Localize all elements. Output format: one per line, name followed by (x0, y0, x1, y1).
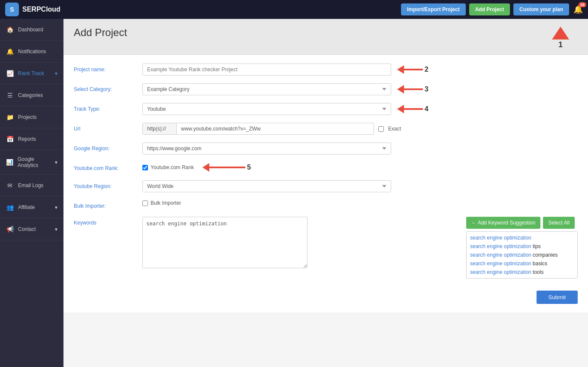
custom-plan-button[interactable]: Custom your plan (513, 3, 569, 15)
annotation-5-arrow (202, 162, 245, 173)
keywords-row: Keywords search engine optimization ← Ad… (74, 217, 578, 279)
list-item[interactable]: search engine optimization techniques (467, 276, 577, 279)
reports-icon: 📅 (5, 134, 15, 144)
sidebar-item-google-analytics[interactable]: 📊 Google Analytics ▼ (0, 150, 63, 175)
bulk-importer-wrap: Bulk Importer (142, 200, 578, 206)
google-analytics-icon: 📊 (5, 158, 14, 167)
youtube-rank-label: Youtube.com Rank: (74, 162, 142, 171)
project-name-wrap: 2 (142, 64, 578, 76)
url-row: Url Exact (74, 123, 578, 135)
sidebar-item-rank-track[interactable]: 📈 Rank Track ▼ (0, 63, 63, 85)
suggestions-box[interactable]: search engine optimization search engine… (466, 231, 578, 279)
track-type-wrap: Youtube Google Bing 4 (142, 103, 578, 115)
sidebar-item-reports[interactable]: 📅 Reports (0, 128, 63, 150)
rank-track-icon: 📈 (5, 69, 15, 78)
select-all-button[interactable]: Select All (543, 217, 574, 229)
track-type-select[interactable]: Youtube Google Bing (142, 103, 391, 115)
google-analytics-chevron: ▼ (54, 160, 58, 165)
url-label: Url (74, 123, 142, 132)
rank-track-chevron: ▼ (54, 71, 58, 76)
youtube-rank-check-wrap: Youtube.com Rank (142, 164, 194, 170)
google-region-wrap: https://www.google.com (142, 143, 578, 155)
bulk-importer-check-wrap: Bulk Importer (142, 200, 181, 206)
import-export-button[interactable]: Import/Export Project (401, 3, 466, 15)
select-category-label: Select Category: (74, 83, 142, 92)
select-category-input[interactable]: Example Category (142, 83, 391, 95)
affiliate-icon: 👥 (5, 203, 15, 212)
notifications-icon: 🔔 (5, 47, 15, 56)
keywords-textarea[interactable]: search engine optimization (142, 217, 308, 268)
sidebar-item-affiliate[interactable]: 👥 Affiliate ▼ (0, 197, 63, 218)
google-region-row: Google Region: https://www.google.com (74, 143, 578, 155)
categories-icon: ☰ (5, 91, 15, 100)
topnav: S SERPCloud Import/Export Project Add Pr… (0, 0, 588, 19)
exact-checkbox[interactable] (378, 126, 384, 132)
affiliate-chevron: ▼ (54, 205, 58, 210)
sidebar-item-projects[interactable]: 📁 Projects (0, 106, 63, 128)
keywords-actions: ← Add Keyword Suggestion Select All (466, 217, 578, 229)
list-item[interactable]: search engine optimization (467, 234, 577, 242)
projects-icon: 📁 (5, 112, 15, 122)
bulk-importer-checkbox-label: Bulk Importer (151, 200, 181, 206)
sidebar-item-email-logs[interactable]: ✉ Email Logs (0, 175, 63, 197)
bulk-importer-checkbox[interactable] (142, 200, 148, 206)
project-name-input[interactable] (142, 64, 391, 76)
url-wrap: Exact (142, 123, 578, 135)
youtube-region-wrap: World Wide (142, 180, 578, 192)
sidebar-item-dashboard[interactable]: 🏠 Dashboard (0, 19, 63, 41)
project-name-label: Project name: (74, 64, 142, 73)
dashboard-icon: 🏠 (5, 25, 15, 34)
keywords-left: search engine optimization (142, 217, 459, 270)
keywords-label: Keywords (74, 217, 142, 226)
list-item[interactable]: search engine optimization tips (467, 242, 577, 251)
suggestions-list: search engine optimization search engine… (467, 232, 577, 279)
bulk-importer-row: Bulk Importer: Bulk Importer (74, 200, 578, 209)
exact-label: Exact (388, 126, 401, 132)
contact-icon: 📢 (5, 224, 15, 234)
youtube-region-select[interactable]: World Wide (142, 180, 391, 192)
submit-button[interactable]: Submit (537, 291, 578, 304)
sidebar-item-categories[interactable]: ☰ Categories (0, 85, 63, 106)
notification-bell[interactable]: 🔔 26 (573, 5, 583, 14)
notification-badge: 26 (579, 2, 586, 7)
google-region-label: Google Region: (74, 143, 142, 152)
arrow-up-icon (552, 27, 569, 39)
google-region-select[interactable]: https://www.google.com (142, 143, 391, 155)
project-name-row: Project name: 2 (74, 64, 578, 76)
page-header: Add Project 1 (63, 19, 588, 55)
list-item[interactable]: search engine optimization tools (467, 268, 577, 276)
annotation-3-arrow (397, 84, 423, 94)
track-type-row: Track Type: Youtube Google Bing 4 (74, 103, 578, 115)
sidebar: 🏠 Dashboard 🔔 Notifications 📈 Rank Track… (0, 19, 63, 367)
page-title: Add Project (74, 27, 127, 39)
sidebar-item-notifications[interactable]: 🔔 Notifications (0, 41, 63, 63)
select-category-wrap: Example Category 3 (142, 83, 578, 95)
keywords-right: ← Add Keyword Suggestion Select All sear… (466, 217, 578, 279)
annotation-4-wrap: 4 (397, 104, 428, 114)
add-project-button[interactable]: Add Project (469, 3, 510, 15)
email-logs-icon: ✉ (5, 181, 15, 190)
list-item[interactable]: search engine optimization basics (467, 259, 577, 268)
sidebar-item-contact[interactable]: 📢 Contact ▼ (0, 218, 63, 240)
url-value-input[interactable] (177, 123, 374, 135)
track-type-label: Track Type: (74, 103, 142, 112)
form-area: Project name: 2 Select Category: Example… (63, 55, 588, 312)
annotation-2-wrap: 2 (397, 64, 428, 75)
url-prefix-input[interactable] (142, 123, 177, 135)
content-area: Add Project 1 Project name: 2 (63, 19, 588, 367)
annotation-4-arrow (397, 104, 423, 114)
add-keyword-suggestion-button[interactable]: ← Add Keyword Suggestion (466, 217, 540, 229)
youtube-rank-checkbox-label: Youtube.com Rank (151, 164, 194, 170)
bulk-importer-label: Bulk Importer: (74, 200, 142, 209)
annotation-2-arrow (397, 64, 423, 75)
youtube-rank-row: Youtube.com Rank: Youtube.com Rank 5 (74, 162, 578, 173)
select-category-row: Select Category: Example Category 3 (74, 83, 578, 95)
youtube-rank-checkbox[interactable] (142, 165, 148, 170)
youtube-region-row: Youtube Region: World Wide (74, 180, 578, 192)
annotation-1: 1 (552, 27, 569, 49)
list-item[interactable]: search engine optimization companies (467, 251, 577, 259)
annotation-3-wrap: 3 (397, 84, 428, 94)
contact-chevron: ▼ (54, 227, 58, 232)
main-layout: 🏠 Dashboard 🔔 Notifications 📈 Rank Track… (0, 19, 588, 367)
youtube-region-label: Youtube Region: (74, 180, 142, 189)
